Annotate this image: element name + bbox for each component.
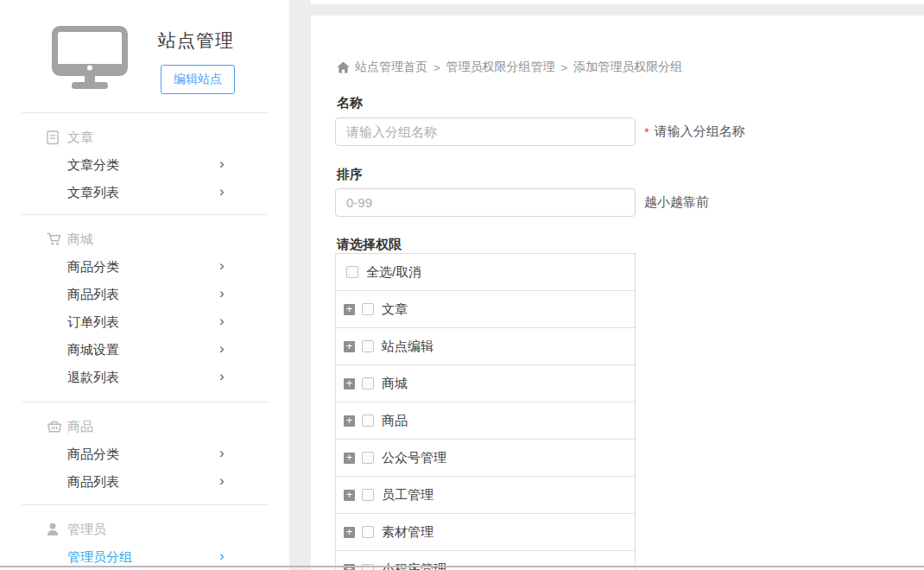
monitor-icon [52,26,128,94]
chevron-right-icon: › [219,183,225,200]
permission-label: 素材管理 [382,524,434,541]
permission-label: 商品 [382,413,408,429]
chevron-right-icon: › [219,548,225,565]
sidebar-item-label: 文章列表 [67,185,119,201]
permissions-label: 请选择权限 [337,237,402,253]
main-content: 站点管理首页 > 管理员权限分组管理 > 添加管理员权限分组 名称 * 请输入分… [311,16,924,570]
permission-checkbox[interactable] [362,489,374,501]
divider [22,112,268,113]
divider [22,214,268,215]
permission-checkbox[interactable] [362,340,374,352]
sidebar-content-gutter [289,0,311,570]
breadcrumb-item-home[interactable]: 站点管理首页 [355,60,427,75]
permission-row-official-account: + 公众号管理 [336,440,635,477]
breadcrumb-item-group-management[interactable]: 管理员权限分组管理 [446,60,555,75]
sidebar-item-label: 管理员分组 [67,549,132,566]
sidebar-item-label: 商品分类 [67,259,119,276]
sidebar-section-mall: 商城 商品分类 › 商品列表 › 订单列表 › 商城设置 › 退款列表 › [0,214,289,402]
permission-label: 商城 [382,376,408,392]
permission-checkbox[interactable] [362,303,374,315]
sidebar-item-article-list[interactable]: 文章列表 › [0,179,289,206]
home-icon [337,61,350,73]
sidebar-item-label: 商品列表 [67,474,119,491]
top-background-strip [311,4,924,16]
expand-plus-icon[interactable]: + [344,415,355,427]
permission-row-mall: + 商城 [336,365,635,402]
sort-field-row: 越小越靠前 [335,188,709,217]
sidebar-section-admin: 管理员 管理员分组 › [0,504,289,570]
sidebar-item-label: 商品分类 [67,446,119,463]
expand-plus-icon[interactable]: + [344,490,355,501]
sidebar-section-product: 商品 商品分类 › 商品列表 › [0,402,289,504]
sidebar-section-article: 文章 文章分类 › 文章列表 › [0,112,289,214]
permission-row-material: + 素材管理 [336,514,635,551]
select-all-checkbox[interactable] [346,266,358,278]
chevron-right-icon: › [219,313,225,330]
page: 站点管理 编辑站点 文章 文章分类 › 文章列表 › [0,0,924,570]
permission-checkbox[interactable] [362,526,374,538]
permission-label: 员工管理 [382,487,434,504]
sidebar-section-header-mall: 商城 [0,225,289,253]
expand-plus-icon[interactable]: + [344,304,355,315]
sidebar-item-order-list[interactable]: 订单列表 › [0,308,289,336]
name-field-row: * 请输入分组名称 [335,117,745,146]
sidebar-section-header-product: 商品 [0,413,289,440]
basket-icon [47,420,67,434]
permission-checkbox[interactable] [362,377,374,390]
permission-label: 公众号管理 [382,450,446,466]
sidebar-item-refund-list[interactable]: 退款列表 › [0,364,289,391]
sidebar-section-label: 商城 [67,231,93,248]
sidebar-section-header-admin: 管理员 [0,516,289,543]
person-icon [47,522,67,536]
sidebar-section-label: 管理员 [67,522,106,538]
sidebar-item-goods-category[interactable]: 商品分类 › [0,253,289,281]
group-name-input[interactable] [335,117,636,146]
name-field-label: 名称 [337,95,363,111]
chevron-right-icon: › [219,368,225,385]
permission-row-staff: + 员工管理 [336,477,635,514]
permission-checkbox[interactable] [362,415,374,427]
permission-label: 全选/取消 [366,264,421,281]
sidebar-item-mall-settings[interactable]: 商城设置 › [0,336,289,364]
sidebar-item-label: 订单列表 [67,314,119,331]
permission-row-select-all: 全选/取消 [336,254,635,291]
permissions-table: 全选/取消 + 文章 + 站点编辑 + 商城 [335,253,636,570]
permission-row-site-edit: + 站点编辑 [336,328,635,365]
sort-field-hint: 越小越靠前 [644,194,709,211]
chevron-right-icon: › [219,257,225,275]
permission-row-article: + 文章 [336,291,635,328]
page-title: 站点管理 [158,28,234,53]
breadcrumb-separator: > [434,61,440,74]
sidebar: 站点管理 编辑站点 文章 文章分类 › 文章列表 › [0,0,289,570]
expand-plus-icon[interactable]: + [344,341,355,352]
expand-plus-icon[interactable]: + [344,527,355,538]
permission-row-product: + 商品 [336,402,635,440]
window-bottom-edge [0,566,924,567]
required-asterisk: * [644,124,649,139]
expand-plus-icon[interactable]: + [344,453,355,464]
sidebar-item-product-list[interactable]: 商品列表 › [0,468,289,496]
sidebar-item-article-category[interactable]: 文章分类 › [0,151,289,179]
sidebar-section-header-article: 文章 [0,124,289,151]
permission-label: 文章 [382,301,408,318]
chevron-right-icon: › [219,155,225,173]
sidebar-item-label: 文章分类 [67,157,119,174]
name-field-hint: 请输入分组名称 [655,124,745,140]
breadcrumb-item-add-group: 添加管理员权限分组 [573,60,682,75]
sort-order-input[interactable] [335,188,636,217]
divider [22,504,268,505]
chevron-right-icon: › [219,285,225,302]
sidebar-item-label: 退款列表 [67,370,119,386]
cart-icon [47,232,67,246]
sidebar-item-label: 商品列表 [67,287,119,303]
expand-plus-icon[interactable]: + [344,378,355,390]
breadcrumb: 站点管理首页 > 管理员权限分组管理 > 添加管理员权限分组 [337,60,682,75]
chevron-right-icon: › [219,340,225,358]
article-icon [47,130,67,145]
sidebar-item-label: 商城设置 [67,342,119,358]
permission-checkbox[interactable] [362,452,374,464]
edit-site-button[interactable]: 编辑站点 [161,65,235,94]
sidebar-section-label: 商品 [67,419,93,435]
sidebar-item-product-category[interactable]: 商品分类 › [0,440,289,468]
sidebar-item-goods-list[interactable]: 商品列表 › [0,281,289,308]
